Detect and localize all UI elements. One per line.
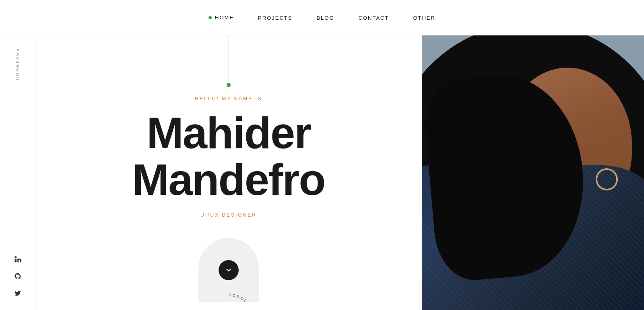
portrait-panel: [422, 35, 644, 310]
nav-item-other[interactable]: OTHER: [413, 14, 436, 21]
main-content: HELLO! MY NAME IS Mahider Mandefro UI/UX…: [35, 35, 644, 310]
scroll-down-button[interactable]: [219, 260, 239, 280]
name-line1: Mahider: [147, 108, 311, 157]
scroll-arch: SCROLL DOWN · SCROLL DOWN ·: [198, 238, 259, 302]
hero-text: HELLO! MY NAME IS Mahider Mandefro UI/UX…: [116, 96, 341, 234]
line-dot: [227, 83, 231, 87]
svg-rect-0: [14, 256, 17, 258]
main-nav: HOME PROJECTS BLOG CONTACT OTHER: [0, 0, 644, 35]
twitter-icon[interactable]: [13, 288, 23, 298]
hero-name: Mahider Mandefro: [132, 110, 325, 203]
nav-link-blog[interactable]: BLOG: [316, 15, 334, 21]
nav-item-contact[interactable]: CONTACT: [359, 14, 389, 21]
hello-label: HELLO! MY NAME IS: [132, 96, 325, 101]
nav-item-blog[interactable]: BLOG: [316, 14, 334, 21]
earring-shape: [596, 168, 618, 190]
linkedin-icon[interactable]: [13, 254, 23, 264]
decorative-line: [229, 35, 229, 84]
nav-item-home[interactable]: HOME: [208, 14, 234, 21]
nav-link-projects[interactable]: PROJECTS: [258, 15, 292, 21]
github-icon[interactable]: [13, 271, 23, 281]
page-label: HOMEPAGE: [15, 48, 20, 80]
name-line2: Mandefro: [132, 155, 325, 204]
role-label: UI/UX DESIGNER: [132, 212, 325, 218]
nav-item-projects[interactable]: PROJECTS: [258, 14, 292, 21]
scroll-widget[interactable]: SCROLL DOWN · SCROLL DOWN ·: [198, 238, 259, 302]
nav-link-home[interactable]: HOME: [215, 14, 234, 21]
svg-rect-1: [14, 259, 17, 262]
content-left: HELLO! MY NAME IS Mahider Mandefro UI/UX…: [35, 35, 422, 310]
nav-link-other[interactable]: OTHER: [413, 15, 436, 21]
nav-link-contact[interactable]: CONTACT: [359, 15, 389, 21]
left-sidebar: HOMEPAGE: [0, 35, 35, 310]
social-icons: [13, 254, 23, 298]
svg-text:SCROLL DOWN · SCROLL DOWN ·: SCROLL DOWN · SCROLL DOWN ·: [215, 293, 258, 302]
active-indicator: [208, 16, 212, 19]
